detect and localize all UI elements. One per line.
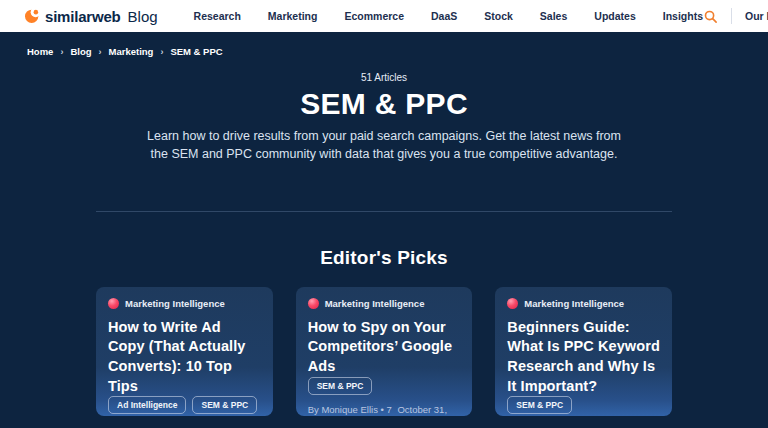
similarweb-blog-logo[interactable]: similarweb Blog	[24, 8, 158, 25]
marketing-intelligence-icon	[308, 298, 319, 309]
breadcrumb-current-sem-ppc: SEM & PPC	[170, 46, 222, 57]
category-badge-label: Marketing Intelligence	[125, 298, 225, 309]
article-title: Beginners Guide: What Is PPC Keyword Res…	[507, 318, 660, 397]
article-card[interactable]: Marketing Intelligence Beginners Guide: …	[495, 287, 672, 416]
article-author: By Monique Ellis • 7 Min.	[308, 404, 398, 416]
article-count: 51 Articles	[0, 72, 768, 83]
our-products-link[interactable]: Our Products	[745, 10, 768, 22]
nav-item-insights[interactable]: Insights	[663, 10, 703, 22]
editors-picks-grid: Marketing Intelligence How to Write Ad C…	[96, 287, 672, 416]
nav-item-updates[interactable]: Updates	[594, 10, 635, 22]
category-badge-label: Marketing Intelligence	[325, 298, 425, 309]
nav-item-sales[interactable]: Sales	[540, 10, 567, 22]
tag-ad-intelligence[interactable]: Ad Intelligence	[108, 396, 186, 414]
breadcrumb-home[interactable]: Home	[27, 46, 53, 57]
category-hero: 51 Articles SEM & PPC Learn how to drive…	[0, 72, 768, 164]
nav-item-stock[interactable]: Stock	[484, 10, 513, 22]
nav-item-daas[interactable]: DaaS	[431, 10, 457, 22]
header-actions: Our Products Get started	[703, 3, 768, 29]
tag-sem-ppc[interactable]: SEM & PPC	[192, 396, 257, 414]
marketing-intelligence-icon	[507, 298, 518, 309]
logo-suffix-text: Blog	[128, 8, 158, 25]
search-icon[interactable]	[703, 9, 718, 24]
breadcrumb-separator: ›	[60, 47, 63, 57]
article-date: October 31, 2023	[397, 404, 460, 416]
breadcrumb: Home › Blog › Marketing › SEM & PPC	[0, 32, 768, 57]
article-card[interactable]: Marketing Intelligence How to Spy on You…	[296, 287, 473, 416]
editors-picks-heading: Editor's Picks	[0, 247, 768, 269]
breadcrumb-blog[interactable]: Blog	[70, 46, 91, 57]
top-navbar: similarweb Blog Research Marketing Ecomm…	[0, 0, 768, 32]
category-badge: Marketing Intelligence	[108, 298, 261, 309]
section-divider	[96, 211, 672, 212]
article-tags: SEM & PPC	[507, 396, 660, 414]
category-badge: Marketing Intelligence	[308, 298, 461, 309]
article-tags: SEM & PPC	[308, 377, 461, 395]
breadcrumb-separator: ›	[99, 47, 102, 57]
nav-item-ecommerce[interactable]: Ecommerce	[344, 10, 404, 22]
tag-sem-ppc[interactable]: SEM & PPC	[308, 377, 373, 395]
main-nav: Research Marketing Ecommerce DaaS Stock …	[194, 10, 703, 22]
logo-brand-text: similarweb	[45, 8, 121, 25]
article-title: How to Spy on Your Competitors’ Google A…	[308, 318, 461, 377]
category-badge: Marketing Intelligence	[507, 298, 660, 309]
nav-item-marketing[interactable]: Marketing	[268, 10, 318, 22]
article-tags: Ad Intelligence SEM & PPC	[108, 396, 261, 414]
tag-sem-ppc[interactable]: SEM & PPC	[507, 396, 572, 414]
article-card[interactable]: Marketing Intelligence How to Write Ad C…	[96, 287, 273, 416]
page-body: Home › Blog › Marketing › SEM & PPC 51 A…	[0, 32, 768, 428]
header-divider	[731, 8, 732, 24]
article-meta: By Monique Ellis • 7 Min. October 31, 20…	[308, 404, 461, 416]
category-description: Learn how to drive results from your pai…	[144, 128, 624, 164]
similarweb-logo-icon	[24, 8, 40, 24]
marketing-intelligence-icon	[108, 298, 119, 309]
article-title: How to Write Ad Copy (That Actually Conv…	[108, 318, 261, 397]
category-badge-label: Marketing Intelligence	[524, 298, 624, 309]
breadcrumb-separator: ›	[160, 47, 163, 57]
nav-item-research[interactable]: Research	[194, 10, 241, 22]
breadcrumb-marketing[interactable]: Marketing	[109, 46, 154, 57]
page-title: SEM & PPC	[0, 87, 768, 121]
